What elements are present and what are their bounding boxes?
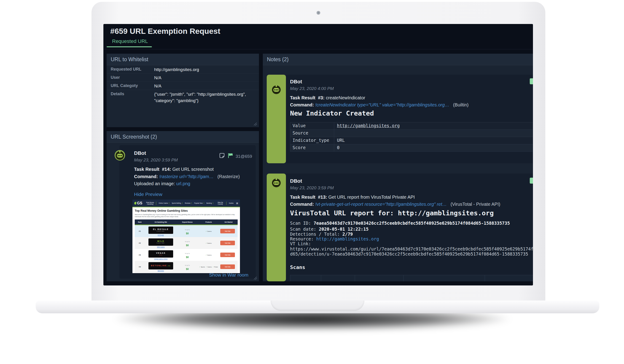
- command-text[interactable]: !vt-private-get-url-report resource="htt…: [315, 202, 447, 207]
- entry-author: DBot: [290, 178, 302, 184]
- command-text[interactable]: !createNewIndicator type="URL" value="ht…: [315, 102, 449, 107]
- war-room-entry: DBot May 23, 2020 3:59 PM 31@659: [119, 145, 256, 279]
- field-label: URL Categoty: [111, 83, 138, 88]
- preview-site-logo: GS: [134, 201, 142, 205]
- scans-cell: [355, 275, 404, 281]
- entry-id-badge: 31@659: [235, 154, 252, 159]
- preview-row: #4 BETONLINE.AG BetOnline % Up To$0 Spor…: [135, 261, 238, 273]
- uploaded-file-link[interactable]: url.png: [176, 181, 190, 186]
- preview-row: #2 WILDCASINO Wild Casino % Up To$0 Casi…: [135, 237, 238, 249]
- tab-requested-url[interactable]: Requested URL: [112, 38, 148, 44]
- panel-title: URL Screenshot (2): [106, 131, 259, 143]
- field-label: User: [111, 75, 120, 80]
- leaf-icon: [134, 202, 136, 205]
- integration-name: (Rasterize): [217, 174, 240, 179]
- integration-name: (Builtin): [453, 102, 469, 107]
- pin-marker-icon[interactable]: [530, 178, 533, 183]
- scan-id-value: 7eaea50463d7c9170e03426cc2f5ceeb9cbdfec5…: [313, 221, 510, 226]
- preview-col: CA Gambling Site: [145, 221, 177, 223]
- table-row: Source: [290, 130, 533, 137]
- pin-marker-icon[interactable]: [530, 78, 533, 84]
- field-value: N/A: [154, 75, 255, 81]
- command-label: Command:: [290, 202, 314, 207]
- command-label: Command:: [290, 102, 314, 107]
- command-line: Command: !rasterize url="http://gam… (Ra…: [134, 174, 240, 179]
- vt-link-line2[interactable]: d65/detection/u-7eaea50463d7c9170e03426c…: [290, 251, 528, 256]
- panel-notes: Notes (2) DBot May 23, 2020 4:00 PM: [263, 54, 533, 281]
- note-icon[interactable]: [219, 153, 225, 159]
- incident-title: #659 URL Exemption Request: [110, 27, 220, 36]
- preview-nav-item: Reviews: [185, 202, 192, 204]
- scan-id-line: Scan ID: 7eaea50463d7c9170e03426cc2f5cee…: [290, 221, 510, 226]
- table-key: Score: [290, 144, 334, 151]
- entry-timestamp: May 23, 2020 3:59 PM: [290, 185, 334, 190]
- table-row: Indicator_type URL: [290, 137, 533, 144]
- note-entry: DBot May 23, 2020 4:00 PM Task Result #3…: [286, 75, 533, 163]
- field-row: Requested URL http://gamblingsites.org: [106, 65, 259, 73]
- field-label: Requested URL: [111, 67, 141, 72]
- laptop-base: [36, 300, 599, 313]
- table-value[interactable]: http://gamblingsites.org: [334, 122, 533, 130]
- scans-cell: [321, 275, 355, 281]
- field-value: {"user": "jsmith", "url": "http://gambli…: [154, 91, 255, 104]
- field-row: URL Categoty N/A: [106, 82, 259, 90]
- webcam-dot: [316, 11, 320, 15]
- task-number: #14:: [162, 167, 171, 172]
- table-key: Source: [290, 130, 334, 137]
- app-screen: #659 URL Exemption Request Requested URL…: [104, 24, 533, 285]
- entry-timestamp: May 23, 2020 4:00 PM: [290, 86, 334, 91]
- task-result-label: Task Result: [290, 95, 315, 100]
- preview-col: Get Started: [219, 221, 238, 223]
- command-line: Command: !createNewIndicator type="URL" …: [290, 102, 469, 108]
- panel-url-screenshot: URL Screenshot (2) DBot May 23, 2020 3:5…: [106, 131, 259, 281]
- task-result-line: Task Result #14: Get URL screenshot: [134, 167, 214, 172]
- integration-name: (VirusTotal - Private API): [451, 202, 500, 207]
- panel-title: URL to Whitelist: [106, 54, 259, 65]
- scans-cell: [290, 275, 321, 281]
- resize-handle-icon[interactable]: [253, 276, 257, 280]
- vt-link-line1[interactable]: https://www.virustotal.com/gui/url/7eaea…: [290, 246, 533, 251]
- table-row: Score 0: [290, 144, 533, 152]
- task-name: Get URL screenshot: [173, 167, 214, 172]
- hamburger-icon: ≡: [236, 202, 238, 204]
- preview-nav-links: Real Money Gambling Online Casino Sports…: [144, 202, 235, 205]
- field-value: N/A: [154, 83, 255, 89]
- resource-link[interactable]: http://gamblingsites.org: [316, 236, 379, 241]
- field-label: Details: [111, 91, 124, 96]
- command-text[interactable]: !rasterize url="http://gam…: [159, 174, 214, 179]
- preview-nav-item: Sports Betting: [172, 202, 182, 204]
- upload-line: Uploaded an image: url.png: [134, 181, 190, 186]
- preview-nav-item: Banking: [206, 202, 213, 204]
- table-row: Value http://gamblingsites.org: [290, 122, 533, 130]
- command-label: Command:: [134, 174, 158, 179]
- field-value: http://gamblingsites.org: [154, 67, 255, 73]
- command-line: Command: !vt-private-get-url-report reso…: [290, 202, 500, 207]
- panel-title: Notes (2): [263, 54, 533, 65]
- entry-timestamp: May 23, 2020 3:59 PM: [134, 158, 178, 163]
- table-value: [334, 130, 533, 137]
- task-number: #13:: [318, 195, 327, 200]
- flag-icon[interactable]: [227, 153, 233, 159]
- dbot-avatar: [271, 84, 282, 95]
- task-name: createNewIndicator: [326, 95, 365, 100]
- table-value: 0: [334, 144, 533, 151]
- hide-preview-link[interactable]: Hide Preview: [134, 192, 162, 197]
- scan-date-value: 2020-05-01 12:22:15: [319, 227, 368, 231]
- preview-row: #1 EL ROYALECASINO El Royale % Up To$0 C…: [135, 225, 238, 237]
- preview-intro: Welcome to GamblingSites.org? If you're …: [135, 213, 235, 218]
- preview-nav-item: Sites By Country: [215, 202, 227, 205]
- preview-col: Products: [198, 221, 219, 223]
- preview-table: Rank CA Gambling Site Deposit Bonus Prod…: [135, 219, 238, 273]
- preview-col: Rank: [135, 221, 145, 223]
- preview-nav-item: Popular Now: [194, 202, 204, 204]
- preview-nav-item: Guides: [229, 202, 234, 204]
- entry-author: DBot: [134, 150, 146, 156]
- entry-accent-bar: [267, 174, 286, 281]
- field-row: User N/A: [106, 73, 259, 82]
- task-result-line: Task Result #3: createNewIndicator: [290, 95, 365, 100]
- scans-cell: [485, 275, 533, 281]
- resize-handle-icon[interactable]: [253, 122, 257, 126]
- show-in-war-room-link[interactable]: Show in War room: [209, 272, 248, 278]
- note-entry: DBot May 23, 2020 3:59 PM Task Result #1…: [286, 174, 533, 281]
- detections-line: Detections / Total: 2/79: [290, 231, 353, 237]
